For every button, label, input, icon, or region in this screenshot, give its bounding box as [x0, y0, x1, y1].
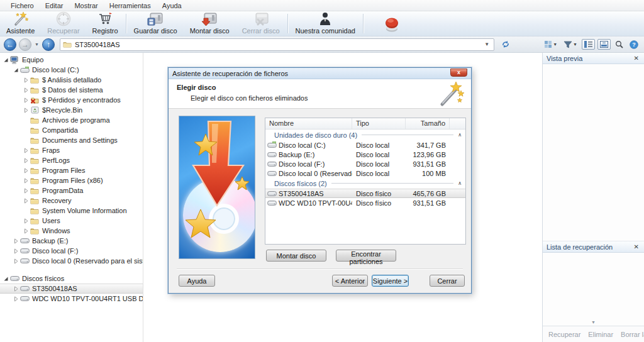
column-header-name[interactable]: Nombre [265, 118, 352, 129]
toolbar-button-asistente[interactable]: Asistente [0, 11, 41, 36]
tree-item-wdc-wd10-tpvt-00u4rt1-usb-device[interactable]: WDC WD10 TPVT-00U4RT1 USB Device [0, 294, 143, 304]
expander-closed-icon[interactable] [23, 228, 30, 234]
address-input[interactable] [75, 41, 479, 48]
recovery-action-borrar-la-lista[interactable]: Borrar la lista [618, 329, 644, 339]
collapse-chevron-icon[interactable]: ∧ [458, 132, 462, 138]
tree-item-disco-local-c[interactable]: Disco local (C:) [0, 65, 143, 75]
next-button[interactable]: Siguiente > [372, 275, 409, 287]
menu-item-fichero[interactable]: Fichero [5, 1, 40, 11]
find-partitions-button[interactable]: Encontrar particiones [336, 250, 396, 262]
toggle-preview-panel-icon[interactable] [597, 39, 611, 50]
nav-history-dropdown-icon[interactable]: ▼ [35, 42, 39, 47]
view-mode-icon[interactable]: ▼ [542, 40, 559, 49]
expander-closed-icon[interactable] [13, 296, 19, 302]
tree-item-documents-and-settings[interactable]: Documents and Settings [0, 135, 143, 145]
tree-item-an-lisis-detallado[interactable]: $ Análisis detallado [0, 75, 143, 85]
tree-item-system-volume-information[interactable]: System Volume Information [0, 206, 143, 216]
disk-row-wdc-wd10-tpvt-00u4rt[interactable]: WDC WD10 TPVT-00U4RT...Disco físico931,5… [265, 198, 465, 207]
tree-item-perflogs[interactable]: PerfLogs [0, 155, 143, 165]
tree-item-equipo[interactable]: Equipo [0, 55, 143, 65]
toolbar-button-guardar-disco[interactable]: Guardar disco [128, 11, 184, 36]
tree-item-users[interactable]: Users [0, 216, 143, 226]
expander-closed-icon[interactable] [13, 238, 19, 244]
dialog-close-button[interactable]: x [450, 69, 467, 77]
recovery-close-icon[interactable]: ✕ [633, 243, 640, 250]
address-bar: ← → ▼ ↑ ▼ ▼ ▼ [0, 36, 644, 53]
preview-close-icon[interactable]: ✕ [633, 55, 640, 62]
splitter-grip-icon[interactable]: ▼ [591, 320, 596, 324]
expander-closed-icon[interactable] [13, 286, 19, 292]
toolbar-button-nuestra-comunidad[interactable]: Nuestra comunidad [289, 11, 362, 36]
filter-icon[interactable]: ▼ [562, 40, 579, 49]
tree-item-disco-local-0-reservado-para-el-sistema[interactable]: Disco local 0 (Reservado para el sistema… [0, 256, 143, 266]
expander-closed-icon[interactable] [23, 158, 30, 163]
expander-closed-icon[interactable] [23, 188, 30, 194]
expander-closed-icon[interactable] [23, 218, 30, 224]
menu-item-herramientas[interactable]: Herramientas [104, 1, 157, 11]
expander-closed-icon[interactable] [23, 148, 30, 153]
tree-item-discos-f-sicos[interactable]: Discos físicos [0, 273, 143, 284]
menu-item-editar[interactable]: Editar [40, 1, 69, 11]
toolbar-button-registro[interactable]: Registro [86, 11, 125, 36]
back-button[interactable]: ← [4, 38, 16, 51]
tree-item-program-files[interactable]: Program Files [0, 165, 143, 175]
tree-item-recovery[interactable]: Recovery [0, 196, 143, 206]
expander-closed-icon[interactable] [23, 108, 30, 113]
address-input-wrap: ▼ [60, 38, 494, 51]
toggle-tree-panel-icon[interactable] [582, 39, 595, 50]
disk-row-disco-local-0-reservado-p[interactable]: Disco local 0 (Reservado p...Disco local… [265, 168, 465, 178]
search-icon[interactable] [613, 40, 625, 49]
table-group-header[interactable]: Discos físicos (2)∧ [265, 178, 465, 189]
folder-tree-panel: EquipoDisco local (C:)$ Análisis detalla… [0, 53, 143, 342]
disk-row-disco-local-c[interactable]: Disco local (C:)Disco local341,7 GB [265, 140, 465, 150]
help-red-button[interactable] [382, 14, 401, 33]
tree-item-compartida[interactable]: Compartida [0, 125, 143, 135]
help-icon[interactable]: ? [628, 40, 640, 50]
tree-item-st3500418as[interactable]: ST3500418AS [0, 284, 143, 294]
close-button[interactable]: Cerrar [430, 275, 465, 287]
refresh-icon[interactable] [499, 40, 512, 49]
expander-closed-icon[interactable] [23, 198, 30, 204]
filter-dropdown-icon[interactable]: ▼ [573, 42, 577, 47]
tree-item-backup-e[interactable]: Backup (E:) [0, 236, 143, 246]
expander-closed-icon[interactable] [23, 178, 30, 184]
tree-item-p-rdidos-y-encontrados[interactable]: $ Pérdidos y encontrados [0, 95, 143, 105]
tree-item-datos-del-sistema[interactable]: $ Datos del sistema [0, 85, 143, 95]
expander-closed-icon[interactable] [23, 87, 30, 93]
expander-open-icon[interactable] [3, 276, 9, 282]
expander-closed-icon[interactable] [23, 77, 30, 83]
recovery-action-recuperar[interactable]: Recuperar [545, 329, 584, 339]
previous-button[interactable]: < Anterior [332, 275, 368, 287]
up-button[interactable]: ↑ [42, 38, 55, 51]
menu-item-ayuda[interactable]: Ayuda [157, 1, 187, 11]
expander-closed-icon[interactable] [23, 97, 30, 103]
toolbar-button-montar-disco[interactable]: Montar disco [184, 11, 236, 36]
forward-button[interactable]: → [19, 38, 31, 51]
tree-item-windows[interactable]: Windows [0, 226, 143, 236]
collapse-chevron-icon[interactable]: ∧ [458, 180, 462, 186]
menu-item-mostrar[interactable]: Mostrar [69, 1, 103, 11]
table-group-header[interactable]: Unidades de disco duro (4)∧ [265, 130, 465, 140]
expander-closed-icon[interactable] [23, 168, 30, 174]
mount-disk-button[interactable]: Montar disco [266, 250, 326, 262]
recovery-action-eliminar[interactable]: Eliminar [585, 329, 616, 339]
disk-row-backup-e[interactable]: Backup (E:)Disco local123,96 GB [265, 150, 465, 159]
tree-item-fraps[interactable]: Fraps [0, 145, 143, 155]
column-header-type[interactable]: Tipo [352, 118, 406, 129]
expander-open-icon[interactable] [13, 67, 19, 73]
disk-row-st3500418as[interactable]: ST3500418ASDisco físico465,76 GB [265, 189, 465, 198]
tree-item-archivos-de-programa[interactable]: Archivos de programa [0, 115, 143, 125]
expander-closed-icon[interactable] [13, 258, 19, 264]
tree-item-disco-local-f[interactable]: Disco local (F:) [0, 246, 143, 256]
tree-item-recycle-bin[interactable]: $Recycle.Bin [0, 105, 143, 115]
disk-row-disco-local-f[interactable]: Disco local (F:)Disco local931,51 GB [265, 159, 465, 168]
view-mode-dropdown-icon[interactable]: ▼ [553, 42, 557, 47]
expander-closed-icon[interactable] [13, 248, 19, 254]
help-button[interactable]: Ayuda [179, 275, 215, 287]
tree-item-programdata[interactable]: ProgramData [0, 185, 143, 196]
address-dropdown-icon[interactable]: ▼ [482, 41, 491, 47]
dialog-titlebar[interactable]: Asistente de recuperación de ficheros x [169, 68, 471, 79]
column-header-size[interactable]: Tamaño [406, 118, 450, 129]
expander-open-icon[interactable] [3, 57, 9, 63]
tree-item-program-files-x86[interactable]: Program Files (x86) [0, 175, 143, 185]
